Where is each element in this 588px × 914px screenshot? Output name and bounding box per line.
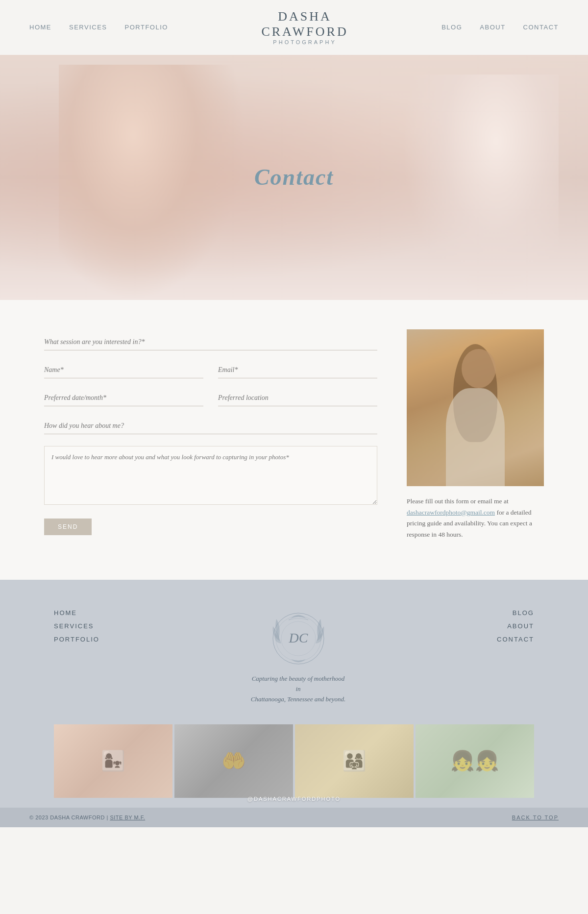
copyright-text: © 2023 DASHA CRAWFORD | SITE BY M.F. [29,815,145,820]
portrait-image [407,329,544,486]
instagram-photo-2[interactable]: 🤲 [174,724,293,798]
footer-about-link[interactable]: ABOUT [497,622,534,630]
baby-silhouette [59,65,245,300]
navigation: HOME SERVICES PORTFOLIO DASHACRAWFORD PH… [0,0,588,55]
footer-home-link[interactable]: HOME [54,609,99,617]
woman-head-shape [462,349,496,388]
name-input[interactable] [44,362,203,378]
back-to-top-link[interactable]: BACK TO TOP [512,815,559,820]
footer-portfolio-link[interactable]: PORTFOLIO [54,636,99,643]
brand-subtitle: PHOTOGRAPHY [261,39,348,46]
footer-contact-link[interactable]: CONTACT [497,636,534,643]
instagram-photo-1[interactable]: 👩‍👧 [54,724,172,798]
footer-main: HOME SERVICES PORTFOLIO [24,609,564,724]
nav-home[interactable]: HOME [29,24,51,31]
footer-center: DC Capturing the beauty of motherhood in… [249,609,347,704]
footer: HOME SERVICES PORTFOLIO [0,580,588,827]
message-textarea[interactable] [44,446,377,505]
nav-about[interactable]: ABOUT [480,24,505,31]
brand-logo: DASHACRAWFORD PHOTOGRAPHY [261,9,348,46]
session-field-group [44,334,377,350]
instagram-handle: @DASHACRAWFORDPHOTO [247,796,341,802]
footer-nav-left: HOME SERVICES PORTFOLIO [54,609,99,643]
photo-silhouette-3: 👨‍👩‍👧 [295,724,414,798]
session-input[interactable] [44,334,377,350]
site-by-link[interactable]: SITE BY M.F. [110,815,145,820]
email-input[interactable] [218,362,377,378]
crest-svg: DC [269,609,328,668]
how-input[interactable] [44,418,377,434]
footer-services-link[interactable]: SERVICES [54,622,99,630]
contact-info-text: Please fill out this form or email me at… [407,496,544,541]
instagram-photo-4[interactable]: 👧👧 [416,724,534,798]
how-field-group [44,418,377,434]
photo-silhouette-2: 🤲 [174,724,293,798]
main-content: SEND Please fill out this form or email … [0,300,588,580]
footer-blog-link[interactable]: BLOG [497,609,534,617]
info-side: Please fill out this form or email me at… [407,329,544,541]
nav-left: HOME SERVICES PORTFOLIO [29,24,168,31]
name-email-row [44,362,377,378]
footer-logo: DC [269,609,328,668]
photo-silhouette-1: 👩‍👧 [54,724,172,798]
footer-nav-right: BLOG ABOUT CONTACT [497,609,534,643]
woman-body-shape [446,388,505,486]
date-input[interactable] [44,390,203,406]
send-button[interactable]: SEND [44,519,92,535]
nav-right: BLOG ABOUT CONTACT [441,24,559,31]
nav-blog[interactable]: BLOG [441,24,462,31]
hero-title: Contact [254,164,334,190]
content-row: SEND Please fill out this form or email … [24,329,564,541]
instagram-photo-3[interactable]: 👨‍👩‍👧 [295,724,414,798]
brand-name: DASHACRAWFORD [261,9,348,39]
nav-portfolio[interactable]: PORTFOLIO [125,24,168,31]
contact-email-link[interactable]: dashacrawfordphoto@gmail.com [407,509,495,516]
photo-silhouette-4: 👧👧 [416,724,534,798]
nav-contact[interactable]: CONTACT [523,24,559,31]
footer-bottom: © 2023 DASHA CRAWFORD | SITE BY M.F. BAC… [0,808,588,827]
contact-form-side: SEND [44,329,377,541]
date-location-row [44,390,377,406]
svg-text:DC: DC [288,630,308,645]
footer-instagram-row: 👩‍👧 🤲 👨‍👩‍👧 👧👧 @DASHACRAWFORDPHOTO [24,724,564,808]
mom-silhouette [402,74,559,300]
hero-section: Contact [0,55,588,300]
footer-tagline: Capturing the beauty of motherhood in Ch… [249,674,347,704]
nav-services[interactable]: SERVICES [69,24,107,31]
location-input[interactable] [218,390,377,406]
